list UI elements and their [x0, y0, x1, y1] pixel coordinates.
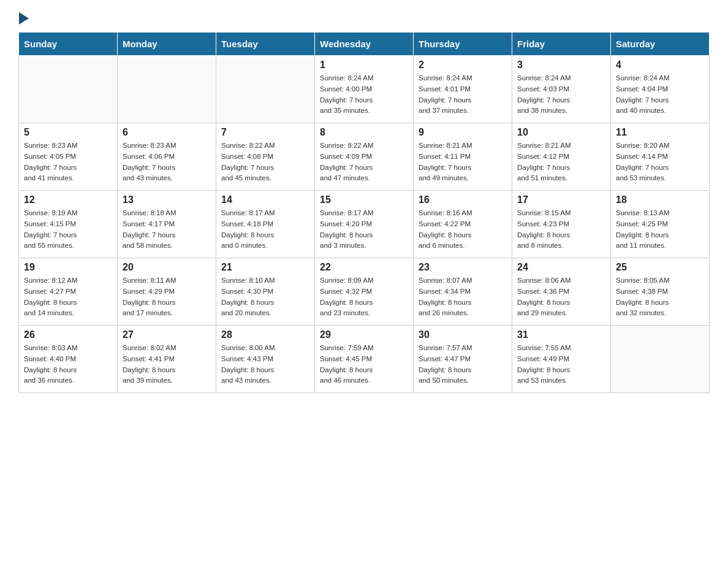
calendar-cell: 2Sunrise: 8:24 AMSunset: 4:01 PMDaylight… [414, 56, 512, 123]
week-row-5: 26Sunrise: 8:03 AMSunset: 4:40 PMDayligh… [19, 326, 710, 393]
day-info: Sunrise: 8:16 AMSunset: 4:22 PMDaylight:… [419, 208, 507, 251]
day-headers-row: SundayMondayTuesdayWednesdayThursdayFrid… [19, 33, 710, 56]
day-info: Sunrise: 7:59 AMSunset: 4:45 PMDaylight:… [320, 343, 408, 386]
calendar-cell [611, 326, 710, 393]
day-number: 11 [616, 127, 704, 138]
calendar-cell: 29Sunrise: 7:59 AMSunset: 4:45 PMDayligh… [315, 326, 414, 393]
calendar-cell: 10Sunrise: 8:21 AMSunset: 4:12 PMDayligh… [512, 123, 611, 191]
calendar-cell: 24Sunrise: 8:06 AMSunset: 4:36 PMDayligh… [512, 258, 611, 326]
calendar-cell: 25Sunrise: 8:05 AMSunset: 4:38 PMDayligh… [611, 258, 710, 326]
calendar-cell: 5Sunrise: 8:23 AMSunset: 4:05 PMDaylight… [19, 123, 118, 191]
day-number: 13 [123, 194, 211, 205]
day-info: Sunrise: 7:55 AMSunset: 4:49 PMDaylight:… [517, 343, 605, 386]
day-number: 1 [320, 59, 408, 71]
day-info: Sunrise: 8:23 AMSunset: 4:06 PMDaylight:… [123, 140, 211, 184]
day-number: 20 [123, 262, 211, 273]
day-info: Sunrise: 8:10 AMSunset: 4:30 PMDaylight:… [221, 275, 309, 319]
calendar-cell [216, 56, 315, 123]
day-info: Sunrise: 8:12 AMSunset: 4:27 PMDaylight:… [24, 275, 112, 319]
day-number: 7 [221, 127, 309, 138]
day-number: 6 [123, 127, 211, 138]
day-header-thursday: Thursday [414, 33, 512, 56]
day-info: Sunrise: 8:11 AMSunset: 4:29 PMDaylight:… [123, 275, 211, 319]
calendar-cell: 8Sunrise: 8:22 AMSunset: 4:09 PMDaylight… [315, 123, 414, 191]
day-info: Sunrise: 8:06 AMSunset: 4:36 PMDaylight:… [517, 275, 605, 319]
calendar-cell: 26Sunrise: 8:03 AMSunset: 4:40 PMDayligh… [19, 326, 118, 393]
calendar-cell: 16Sunrise: 8:16 AMSunset: 4:22 PMDayligh… [414, 191, 512, 258]
day-number: 24 [517, 262, 605, 273]
day-info: Sunrise: 8:21 AMSunset: 4:12 PMDaylight:… [517, 140, 605, 184]
calendar-cell: 18Sunrise: 8:13 AMSunset: 4:25 PMDayligh… [611, 191, 710, 258]
calendar-cell: 22Sunrise: 8:09 AMSunset: 4:32 PMDayligh… [315, 258, 414, 326]
day-info: Sunrise: 8:02 AMSunset: 4:41 PMDaylight:… [123, 343, 211, 386]
calendar-cell: 27Sunrise: 8:02 AMSunset: 4:41 PMDayligh… [118, 326, 216, 393]
day-number: 14 [221, 194, 309, 205]
calendar-table: SundayMondayTuesdayWednesdayThursdayFrid… [18, 32, 710, 393]
day-number: 15 [320, 194, 408, 205]
day-header-tuesday: Tuesday [216, 33, 315, 56]
day-number: 16 [419, 194, 507, 205]
day-info: Sunrise: 8:22 AMSunset: 4:08 PMDaylight:… [221, 140, 309, 184]
day-number: 28 [221, 329, 309, 340]
day-number: 10 [517, 127, 605, 138]
day-info: Sunrise: 8:23 AMSunset: 4:05 PMDaylight:… [24, 140, 112, 184]
day-number: 23 [419, 262, 507, 273]
day-number: 8 [320, 127, 408, 138]
header [18, 12, 710, 22]
day-number: 27 [123, 329, 211, 340]
day-info: Sunrise: 8:03 AMSunset: 4:40 PMDaylight:… [24, 343, 112, 386]
day-info: Sunrise: 8:07 AMSunset: 4:34 PMDaylight:… [419, 275, 507, 319]
day-number: 26 [24, 329, 112, 340]
calendar-cell [19, 56, 118, 123]
calendar-cell: 23Sunrise: 8:07 AMSunset: 4:34 PMDayligh… [414, 258, 512, 326]
day-number: 4 [616, 59, 704, 71]
day-info: Sunrise: 8:24 AMSunset: 4:01 PMDaylight:… [419, 73, 507, 117]
day-number: 2 [419, 59, 507, 71]
day-number: 17 [517, 194, 605, 205]
calendar-cell: 31Sunrise: 7:55 AMSunset: 4:49 PMDayligh… [512, 326, 611, 393]
calendar-cell: 20Sunrise: 8:11 AMSunset: 4:29 PMDayligh… [118, 258, 216, 326]
day-header-friday: Friday [512, 33, 611, 56]
day-info: Sunrise: 8:18 AMSunset: 4:17 PMDaylight:… [123, 208, 211, 251]
day-number: 12 [24, 194, 112, 205]
day-info: Sunrise: 8:05 AMSunset: 4:38 PMDaylight:… [616, 275, 704, 319]
day-info: Sunrise: 8:24 AMSunset: 4:03 PMDaylight:… [517, 73, 605, 117]
day-number: 9 [419, 127, 507, 138]
day-number: 3 [517, 59, 605, 71]
day-info: Sunrise: 8:17 AMSunset: 4:20 PMDaylight:… [320, 208, 408, 251]
calendar-cell: 30Sunrise: 7:57 AMSunset: 4:47 PMDayligh… [414, 326, 512, 393]
day-number: 21 [221, 262, 309, 273]
calendar-cell: 21Sunrise: 8:10 AMSunset: 4:30 PMDayligh… [216, 258, 315, 326]
day-info: Sunrise: 8:09 AMSunset: 4:32 PMDaylight:… [320, 275, 408, 319]
calendar-header: SundayMondayTuesdayWednesdayThursdayFrid… [19, 33, 710, 56]
day-number: 31 [517, 329, 605, 340]
day-info: Sunrise: 7:57 AMSunset: 4:47 PMDaylight:… [419, 343, 507, 386]
calendar-cell: 15Sunrise: 8:17 AMSunset: 4:20 PMDayligh… [315, 191, 414, 258]
day-info: Sunrise: 8:24 AMSunset: 4:00 PMDaylight:… [320, 73, 408, 117]
day-info: Sunrise: 8:17 AMSunset: 4:18 PMDaylight:… [221, 208, 309, 251]
day-number: 19 [24, 262, 112, 273]
calendar-cell: 9Sunrise: 8:21 AMSunset: 4:11 PMDaylight… [414, 123, 512, 191]
calendar-cell: 11Sunrise: 8:20 AMSunset: 4:14 PMDayligh… [611, 123, 710, 191]
logo-chevron-icon [19, 12, 29, 25]
calendar-cell: 13Sunrise: 8:18 AMSunset: 4:17 PMDayligh… [118, 191, 216, 258]
week-row-3: 12Sunrise: 8:19 AMSunset: 4:15 PMDayligh… [19, 191, 710, 258]
calendar-cell: 28Sunrise: 8:00 AMSunset: 4:43 PMDayligh… [216, 326, 315, 393]
calendar-cell: 14Sunrise: 8:17 AMSunset: 4:18 PMDayligh… [216, 191, 315, 258]
day-info: Sunrise: 8:19 AMSunset: 4:15 PMDaylight:… [24, 208, 112, 251]
day-header-monday: Monday [118, 33, 216, 56]
calendar-cell: 7Sunrise: 8:22 AMSunset: 4:08 PMDaylight… [216, 123, 315, 191]
day-info: Sunrise: 8:21 AMSunset: 4:11 PMDaylight:… [419, 140, 507, 184]
calendar-cell: 12Sunrise: 8:19 AMSunset: 4:15 PMDayligh… [19, 191, 118, 258]
week-row-4: 19Sunrise: 8:12 AMSunset: 4:27 PMDayligh… [19, 258, 710, 326]
day-info: Sunrise: 8:13 AMSunset: 4:25 PMDaylight:… [616, 208, 704, 251]
day-info: Sunrise: 8:15 AMSunset: 4:23 PMDaylight:… [517, 208, 605, 251]
calendar-cell: 17Sunrise: 8:15 AMSunset: 4:23 PMDayligh… [512, 191, 611, 258]
calendar-cell [118, 56, 216, 123]
day-info: Sunrise: 8:00 AMSunset: 4:43 PMDaylight:… [221, 343, 309, 386]
day-number: 18 [616, 194, 704, 205]
day-header-sunday: Sunday [19, 33, 118, 56]
day-header-saturday: Saturday [611, 33, 710, 56]
day-info: Sunrise: 8:22 AMSunset: 4:09 PMDaylight:… [320, 140, 408, 184]
calendar-cell: 1Sunrise: 8:24 AMSunset: 4:00 PMDaylight… [315, 56, 414, 123]
